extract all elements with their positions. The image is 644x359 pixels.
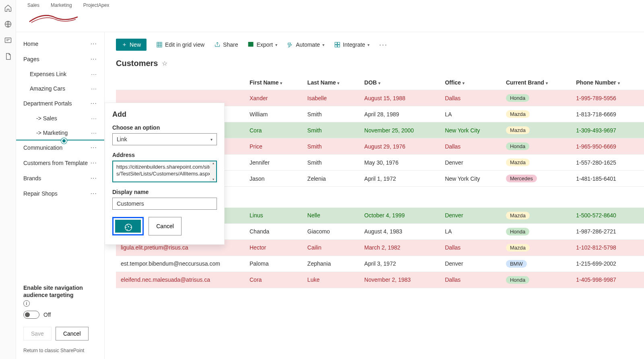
cell-brand: Mazda [501, 208, 571, 224]
brand-pill: Honda [506, 228, 529, 235]
svg-rect-8 [337, 45, 339, 47]
cell-phone: 1-481-185-6401 [571, 171, 644, 187]
top-tabs: Sales Marketing ProjectApex [27, 2, 633, 8]
nav-insert-indicator [16, 140, 104, 140]
ok-button[interactable]: OK [115, 220, 141, 233]
nav-item-actions-icon[interactable]: ··· [91, 56, 97, 63]
nav-expenses-link[interactable]: Expenses Link··· [16, 67, 104, 81]
toolbar-more-icon[interactable]: ··· [379, 41, 388, 49]
cell-first-name: Jason [245, 171, 303, 187]
cell-dob: April 1, 1972 [359, 171, 440, 187]
cell-last-name: Smith [303, 155, 360, 171]
cell-dob: April 3, 1972 [359, 256, 440, 272]
favorite-star-icon[interactable]: ☆ [162, 60, 167, 67]
nav-home[interactable]: Home··· [16, 36, 104, 52]
option-label: Choose an option [112, 124, 217, 131]
nav-item-actions-icon[interactable]: ··· [91, 100, 97, 107]
brand-pill: Honda [506, 94, 529, 102]
nav-item-actions-icon[interactable]: ··· [91, 190, 97, 197]
nav-cancel-button[interactable]: Cancel [56, 327, 89, 340]
new-button[interactable]: ＋New [116, 39, 147, 51]
cell-dob: March 2, 1982 [359, 239, 440, 256]
news-icon[interactable] [4, 36, 12, 44]
cell-first-name: Hector [245, 239, 303, 256]
cell-brand: Mazda [501, 239, 571, 256]
cell-last-name: Zephania [303, 256, 360, 272]
site-header: Sales Marketing ProjectApex [16, 0, 644, 32]
nav-brands[interactable]: Brands··· [16, 171, 104, 186]
audience-toggle[interactable] [23, 311, 39, 319]
cell-dob: November 25, 2000 [359, 122, 440, 138]
display-name-input[interactable]: Customers [112, 198, 217, 210]
cell-first-name: Chanda [245, 223, 303, 239]
svg-rect-1 [5, 38, 11, 43]
brand-pill: BMW [506, 260, 527, 268]
integrate-button[interactable]: Integrate▾ [334, 41, 369, 48]
cell-phone: 1-813-718-6669 [571, 106, 644, 122]
nav-repair-shops[interactable]: Repair Shops··· [16, 186, 104, 201]
automate-button[interactable]: Automate▾ [287, 41, 324, 48]
nav-item-actions-icon[interactable]: ··· [91, 130, 97, 136]
tab-projectapex[interactable]: ProjectApex [83, 2, 109, 8]
nav-pages[interactable]: Pages··· [16, 52, 104, 67]
scrollbar[interactable]: ▴▾ [210, 161, 216, 182]
nav-dept-sales[interactable]: -> Sales··· [16, 111, 104, 126]
nav-item-actions-icon[interactable]: ··· [91, 115, 97, 122]
nav-item-actions-icon[interactable]: ··· [91, 159, 97, 167]
chevron-down-icon: ▾ [337, 81, 339, 85]
address-input[interactable]: https://citizenbuilders.sharepoint.com/s… [112, 161, 217, 182]
nav-item-actions-icon[interactable]: ··· [91, 144, 97, 151]
files-icon[interactable] [4, 52, 12, 60]
export-button[interactable]: XExport▾ [248, 41, 277, 49]
toggle-state-label: Off [43, 312, 51, 318]
option-select[interactable]: Link▾ [112, 133, 217, 145]
table-row[interactable]: eleifend.nec.malesuada@atrisus.caCoraLuk… [116, 272, 644, 288]
tab-sales[interactable]: Sales [27, 2, 39, 8]
chevron-down-icon: ▾ [462, 81, 464, 85]
cell-last-name: Smith [303, 122, 360, 138]
nav-item-actions-icon[interactable]: ··· [91, 71, 97, 77]
col-dob[interactable]: DOB▾ [359, 75, 440, 90]
globe-icon[interactable] [4, 20, 12, 28]
home-icon[interactable] [4, 4, 12, 12]
cell-phone: 1-215-699-2002 [571, 256, 644, 272]
nav-insert-handle[interactable] [61, 138, 67, 144]
cell-brand: Mazda [501, 122, 571, 138]
info-icon[interactable]: i [23, 300, 30, 307]
nav-communication[interactable]: Communication··· [16, 140, 104, 155]
cell-brand: Honda [501, 90, 571, 106]
col-phone[interactable]: Phone Number▾ [571, 75, 644, 90]
col-last-name[interactable]: Last Name▾ [303, 75, 360, 90]
nav-item-actions-icon[interactable]: ··· [91, 175, 97, 182]
cell-office: Denver [440, 256, 501, 272]
col-current-brand[interactable]: Current Brand▾ [501, 75, 571, 90]
dialog-cancel-button[interactable]: Cancel [149, 217, 182, 235]
svg-text:X: X [250, 43, 252, 46]
cell-dob: August 4, 1983 [359, 223, 440, 239]
cell-brand: BMW [501, 256, 571, 272]
share-button[interactable]: Share [214, 41, 238, 48]
nav-customers-template[interactable]: Customers from Template··· [16, 155, 104, 171]
col-office[interactable]: Office▾ [440, 75, 501, 90]
nav-dept-marketing[interactable]: -> Marketing··· [16, 126, 104, 140]
nav-department-portals[interactable]: Department Portals··· [16, 96, 104, 111]
cell-last-name: Smith [303, 138, 360, 155]
table-row[interactable]: est.tempor.bibendum@neccursusa.comPaloma… [116, 256, 644, 272]
tab-marketing[interactable]: Marketing [51, 2, 72, 8]
return-classic-link[interactable]: Return to classic SharePoint [16, 345, 104, 359]
edit-grid-button[interactable]: Edit in grid view [156, 41, 204, 48]
cell-office: Dallas [440, 272, 501, 288]
cell-first-name: William [245, 106, 303, 122]
site-logo[interactable] [27, 10, 80, 26]
content-area: ＋New Edit in grid view Share XExport▾ Au… [105, 32, 644, 359]
cell-dob: April 28, 1989 [359, 106, 440, 122]
nav-item-actions-icon[interactable]: ··· [91, 85, 97, 92]
nav-amazing-cars[interactable]: Amazing Cars··· [16, 81, 104, 96]
brand-pill: Mercedes [506, 175, 537, 182]
chevron-down-icon: ▾ [275, 43, 277, 47]
nav-item-actions-icon[interactable]: ··· [91, 40, 97, 47]
cell-last-name: Giacomo [303, 223, 360, 239]
cell-office: Dallas [440, 90, 501, 106]
col-first-name[interactable]: First Name▾ [245, 75, 303, 90]
brand-pill: Mazda [506, 159, 530, 166]
